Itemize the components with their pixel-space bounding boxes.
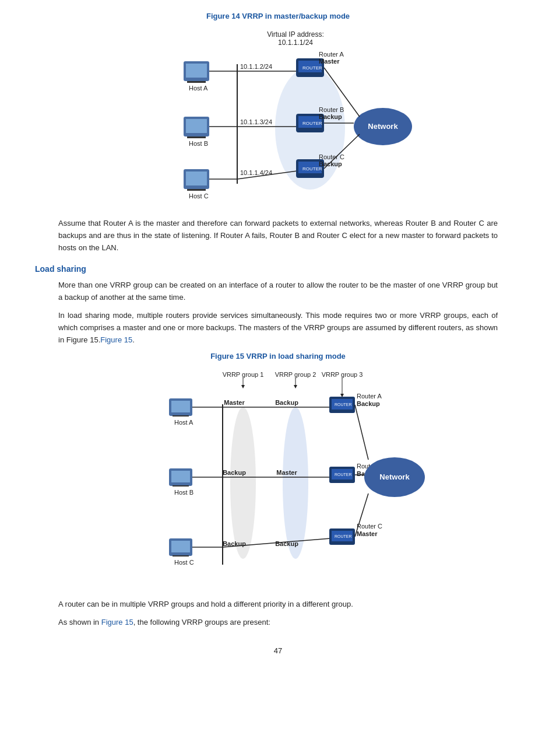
figure-14-title: Figure 14 VRRP in master/backup mode <box>35 12 521 20</box>
svg-text:Host C: Host C <box>189 192 209 200</box>
load-sharing-para2: In load sharing mode, multiple routers p… <box>58 310 498 346</box>
svg-text:Host A: Host A <box>174 419 193 426</box>
svg-rect-72 <box>173 555 189 556</box>
figure-14-container: Virtual IP address: 10.1.1.1/24 Host A H… <box>35 26 521 207</box>
svg-text:10.1.1.4/24: 10.1.1.4/24 <box>240 169 272 176</box>
svg-rect-71 <box>175 554 186 555</box>
svg-rect-11 <box>189 134 203 136</box>
load-sharing-heading: Load sharing <box>35 264 521 274</box>
svg-text:10.1.1.1/24: 10.1.1.1/24 <box>278 38 313 47</box>
svg-text:Host B: Host B <box>189 140 208 147</box>
svg-text:Router B: Router B <box>319 106 344 113</box>
body-text-assume: Assume that Router A is the master and t… <box>58 218 498 254</box>
svg-text:Network: Network <box>368 122 398 131</box>
svg-rect-59 <box>175 414 186 415</box>
svg-text:10.1.1.2/24: 10.1.1.2/24 <box>240 63 272 70</box>
svg-text:Router C: Router C <box>319 153 344 160</box>
figure-15-container: VRRP group 1 VRRP group 2 VRRP group 3 H… <box>35 366 521 588</box>
figure-15-diagram: VRRP group 1 VRRP group 2 VRRP group 3 H… <box>126 366 430 588</box>
svg-text:Backup: Backup <box>357 400 380 407</box>
svg-rect-18 <box>187 189 206 191</box>
figure-15-title: Figure 15 VRRP in load sharing mode <box>35 352 521 360</box>
figure-14-diagram: Virtual IP address: 10.1.1.1/24 Host A H… <box>138 26 418 207</box>
svg-text:Network: Network <box>379 473 410 481</box>
svg-text:Host C: Host C <box>174 559 194 566</box>
svg-text:ROUTER: ROUTER <box>335 402 352 407</box>
svg-rect-60 <box>173 415 189 416</box>
svg-text:Backup: Backup <box>275 540 298 547</box>
svg-point-56 <box>283 407 308 559</box>
page-number: 47 <box>35 646 521 655</box>
svg-text:ROUTER: ROUTER <box>335 473 352 477</box>
svg-text:Master: Master <box>357 530 378 537</box>
svg-text:Router C: Router C <box>357 523 382 530</box>
svg-rect-5 <box>189 79 203 81</box>
svg-rect-6 <box>187 81 206 83</box>
svg-text:Backup: Backup <box>275 399 298 406</box>
svg-text:10.1.1.3/24: 10.1.1.3/24 <box>240 118 272 125</box>
svg-text:Backup: Backup <box>223 469 246 476</box>
figure-15-link-2[interactable]: Figure 15 <box>101 618 133 626</box>
svg-rect-66 <box>173 485 189 487</box>
svg-text:ROUTER: ROUTER <box>335 534 352 538</box>
svg-text:Router A: Router A <box>319 51 344 58</box>
figure-15-link[interactable]: Figure 15 <box>100 335 132 344</box>
svg-text:ROUTER: ROUTER <box>302 121 322 126</box>
svg-rect-10 <box>186 119 207 133</box>
svg-text:Host A: Host A <box>189 85 208 92</box>
svg-text:VRRP group 3: VRRP group 3 <box>322 371 363 378</box>
svg-text:Master: Master <box>224 399 245 406</box>
svg-text:VRRP group 2: VRRP group 2 <box>275 371 316 378</box>
svg-rect-4 <box>186 64 207 78</box>
svg-rect-58 <box>171 401 190 412</box>
svg-point-55 <box>230 407 256 559</box>
svg-rect-64 <box>171 471 190 482</box>
svg-rect-12 <box>187 136 206 138</box>
load-sharing-para1: More than one VRRP group can be created … <box>58 279 498 304</box>
svg-text:Backup: Backup <box>319 113 342 120</box>
svg-text:Virtual IP address:: Virtual IP address: <box>267 30 324 38</box>
svg-rect-70 <box>171 541 190 552</box>
svg-text:Router A: Router A <box>357 393 382 400</box>
load-sharing-para4: As shown in Figure 15, the following VRR… <box>58 617 498 629</box>
svg-rect-16 <box>186 172 207 186</box>
load-sharing-para3: A router can be in multiple VRRP groups … <box>58 598 498 611</box>
svg-text:Master: Master <box>319 58 340 65</box>
svg-text:Master: Master <box>276 469 297 476</box>
svg-text:VRRP group 1: VRRP group 1 <box>223 371 264 378</box>
svg-text:ROUTER: ROUTER <box>302 65 322 71</box>
svg-rect-65 <box>175 484 186 485</box>
svg-line-101 <box>355 405 368 460</box>
svg-rect-17 <box>189 187 203 189</box>
svg-text:Backup: Backup <box>223 540 246 547</box>
svg-text:Backup: Backup <box>319 160 342 167</box>
svg-text:Host B: Host B <box>174 489 193 496</box>
